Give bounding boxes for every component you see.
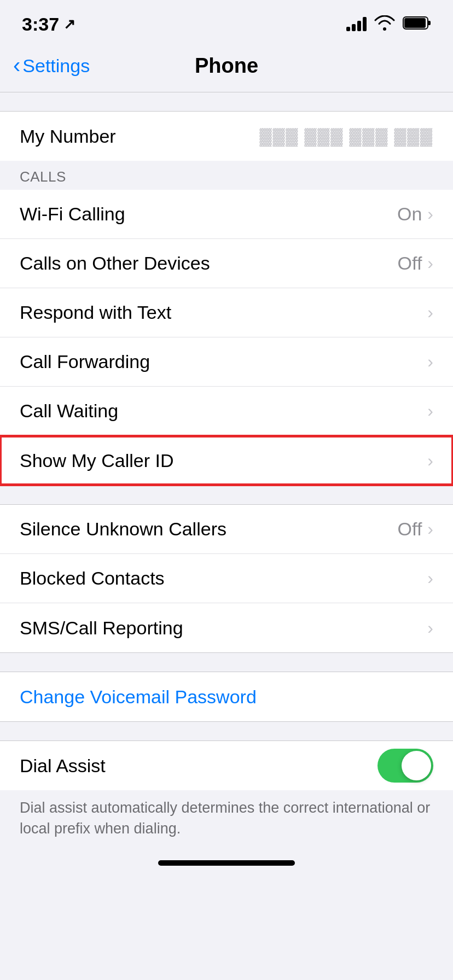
calls-section-header: CALLS [0,161,453,190]
chevron-icon: › [427,451,433,471]
status-icons [346,14,431,35]
svg-rect-2 [404,18,426,28]
blocked-contacts-label: Blocked Contacts [20,568,165,589]
chevron-icon: › [427,568,433,588]
respond-with-text-row[interactable]: Respond with Text › [0,288,453,337]
wifi-calling-label: Wi-Fi Calling [20,203,125,225]
chevron-icon: › [427,401,433,421]
change-voicemail-password-label: Change Voicemail Password [20,686,257,708]
chevron-icon: › [427,253,433,273]
section-gap-dial-assist [0,721,453,741]
sms-call-reporting-label: SMS/Call Reporting [20,617,183,639]
back-label: Settings [22,55,90,77]
my-number-row: My Number ▓▓▓ ▓▓▓ ▓▓▓ ▓▓▓ [0,112,453,161]
blocked-contacts-row[interactable]: Blocked Contacts › [0,554,453,603]
second-section-card: Silence Unknown Callers Off › Blocked Co… [0,505,453,652]
section-gap-voicemail [0,652,453,672]
battery-icon [403,14,431,35]
home-bar [158,860,295,866]
section-gap-top [0,92,453,112]
call-waiting-label: Call Waiting [20,400,118,422]
dial-assist-card: Dial Assist [0,741,453,790]
chevron-icon: › [427,204,433,224]
dial-assist-description: Dial assist automatically determines the… [0,790,453,849]
show-caller-id-label: Show My Caller ID [20,450,174,471]
silence-unknown-callers-label: Silence Unknown Callers [20,518,226,540]
blocked-contacts-value: › [427,568,433,588]
respond-with-text-label: Respond with Text [20,302,171,323]
call-waiting-value: › [427,401,433,421]
my-number-label: My Number [20,126,116,147]
respond-with-text-value: › [427,302,433,323]
my-number-card: My Number ▓▓▓ ▓▓▓ ▓▓▓ ▓▓▓ [0,112,453,161]
status-time: 3:37 ↗ [22,14,76,35]
change-voicemail-password-row[interactable]: Change Voicemail Password [0,672,453,721]
chevron-icon: › [427,302,433,323]
signal-strength-icon [346,17,367,31]
calls-other-devices-label: Calls on Other Devices [20,253,210,274]
sms-call-reporting-row[interactable]: SMS/Call Reporting › [0,603,453,652]
sms-call-reporting-value: › [427,618,433,638]
back-chevron-icon: ‹ [13,54,20,76]
call-forwarding-label: Call Forwarding [20,351,150,372]
show-caller-id-value: › [427,451,433,471]
status-bar: 3:37 ↗ [0,0,453,44]
show-caller-id-row[interactable]: Show My Caller ID › [0,436,453,485]
svg-rect-1 [428,21,431,25]
silence-unknown-callers-row[interactable]: Silence Unknown Callers Off › [0,505,453,554]
section-gap-middle [0,485,453,505]
toggle-knob [402,751,431,780]
call-forwarding-row[interactable]: Call Forwarding › [0,337,453,387]
nav-bar: ‹ Settings Phone [0,44,453,92]
call-forwarding-value: › [427,352,433,372]
chevron-icon: › [427,352,433,372]
toggle-track[interactable] [378,749,433,783]
back-button[interactable]: ‹ Settings [13,55,90,77]
wifi-icon [374,14,395,35]
call-waiting-row[interactable]: Call Waiting › [0,387,453,436]
voicemail-card: Change Voicemail Password [0,672,453,721]
dial-assist-label: Dial Assist [20,755,106,777]
location-icon: ↗ [63,16,76,33]
page-title: Phone [195,54,258,78]
calls-other-devices-row[interactable]: Calls on Other Devices Off › [0,239,453,288]
wifi-calling-row[interactable]: Wi-Fi Calling On › [0,190,453,239]
silence-unknown-callers-value: Off › [398,518,433,540]
chevron-icon: › [427,618,433,638]
my-number-value: ▓▓▓ ▓▓▓ ▓▓▓ ▓▓▓ [260,127,433,145]
calls-other-devices-value: Off › [398,253,433,274]
calls-section-card: Wi-Fi Calling On › Calls on Other Device… [0,190,453,485]
time-display: 3:37 [22,14,59,35]
dial-assist-toggle[interactable] [378,749,433,783]
home-indicator [0,849,453,882]
wifi-calling-value: On › [397,203,433,225]
dial-assist-row[interactable]: Dial Assist [0,741,453,790]
chevron-icon: › [427,519,433,539]
